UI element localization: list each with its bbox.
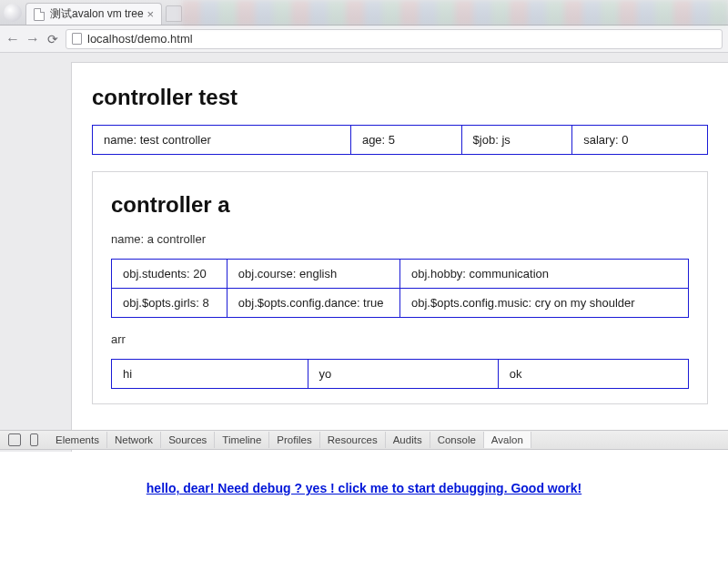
tab-audits[interactable]: Audits [386, 432, 430, 448]
cell: obj.$opts.config.music: cry on my should… [399, 289, 688, 318]
controller-test-table: name: test controller age: 5 $job: js sa… [92, 125, 708, 155]
tab-console[interactable]: Console [430, 432, 484, 448]
devtools-tabs: Elements Network Sources Timeline Profil… [48, 432, 531, 448]
tab-sources[interactable]: Sources [161, 432, 215, 448]
device-icon[interactable] [30, 433, 38, 446]
table-row: obj.$opts.girls: 8 obj.$opts.config.danc… [112, 289, 689, 318]
reload-icon[interactable]: ⟳ [47, 32, 58, 46]
arr-label: arr [111, 332, 689, 346]
cell-salary: salary: 0 [572, 126, 708, 155]
page-icon [34, 8, 45, 21]
cell: ok [498, 360, 688, 389]
devtools-panel: hello, dear! Need debug ? yes ! click me… [0, 452, 728, 571]
controller-a-name: name: a controller [111, 232, 689, 246]
table-row: hi yo ok [112, 360, 689, 389]
cell-job: $job: js [461, 126, 572, 155]
cell: hi [112, 360, 308, 389]
tab-title: 测试avalon vm tree [50, 6, 144, 22]
heading-controller-test: controller test [92, 85, 708, 110]
tab-resources[interactable]: Resources [320, 432, 386, 448]
browser-chrome: 测试avalon vm tree × ← → ⟳ localhost/demo.… [0, 0, 728, 53]
table-row: name: test controller age: 5 $job: js sa… [93, 126, 708, 155]
tab-network[interactable]: Network [107, 432, 161, 448]
controller-a-arr-table: hi yo ok [111, 359, 689, 389]
cell: obj.students: 20 [112, 260, 228, 289]
table-row: obj.students: 20 obj.course: english obj… [112, 260, 689, 289]
back-icon[interactable]: ← [5, 32, 20, 46]
cell: obj.course: english [227, 260, 399, 289]
url-input[interactable]: localhost/demo.html [66, 29, 723, 49]
controller-a-block: controller a name: a controller obj.stud… [92, 171, 708, 404]
tab-elements[interactable]: Elements [48, 432, 107, 448]
cell: yo [308, 360, 498, 389]
tab-profiles[interactable]: Profiles [269, 432, 319, 448]
controller-a-obj-table: obj.students: 20 obj.course: english obj… [111, 259, 689, 318]
new-tab-button[interactable] [166, 5, 182, 22]
decorative-blur [182, 0, 728, 25]
tab-strip: 测试avalon vm tree × [0, 0, 728, 25]
address-bar: ← → ⟳ localhost/demo.html [0, 25, 728, 53]
url-text: localhost/demo.html [87, 32, 193, 46]
tab-avalon[interactable]: Avalon [484, 432, 531, 448]
cell: obj.$opts.config.dance: true [227, 289, 399, 318]
cell-name: name: test controller [93, 126, 351, 155]
browser-tab[interactable]: 测试avalon vm tree × [25, 3, 162, 25]
forward-icon[interactable]: → [25, 32, 40, 46]
inspect-icon[interactable] [8, 433, 21, 446]
devtools-toolbar: Elements Network Sources Timeline Profil… [0, 430, 728, 450]
cell-age: age: 5 [350, 126, 461, 155]
cell: obj.$opts.girls: 8 [112, 289, 228, 318]
tab-timeline[interactable]: Timeline [215, 432, 269, 448]
nav-buttons: ← → [5, 32, 40, 46]
page-viewport: controller test name: test controller ag… [0, 53, 728, 571]
debug-link[interactable]: hello, dear! Need debug ? yes ! click me… [147, 481, 581, 571]
heading-controller-a: controller a [111, 192, 689, 218]
close-icon[interactable]: × [147, 8, 154, 20]
cell: obj.hobby: communication [399, 260, 688, 289]
document-icon [72, 33, 82, 45]
